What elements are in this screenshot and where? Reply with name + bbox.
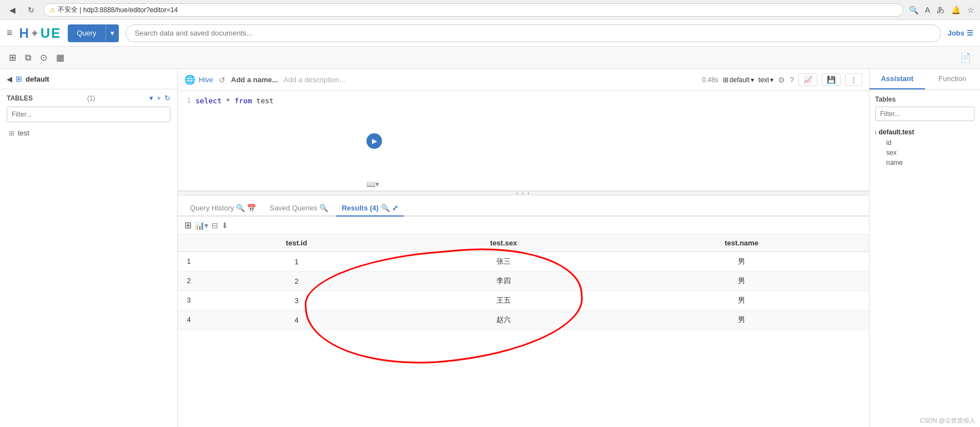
db-icon[interactable]: ⊞ [7,50,18,65]
jobs-icon: ☰ [967,29,973,37]
tab-assistant[interactable]: Assistant [870,69,925,89]
app-logo: H ✦ UE [19,26,62,41]
security-warning-icon: ⚠ [49,6,56,14]
results-area: Query History 🔍 📅 Saved Queries 🔍 Result… [178,195,869,427]
results-label: Results (4) [341,204,378,212]
line-number-1: 1 [182,97,195,104]
query-dropdown-button[interactable]: ▾ [105,24,119,42]
extension-icon[interactable]: 🔔 [951,6,961,14]
exec-time: 0.48s [702,76,718,84]
table-row: 2 2 李四 男 [178,272,869,291]
cell-id: 1 [200,252,393,272]
cell-sex: 李四 [393,272,614,291]
tab-results[interactable]: Results (4) 🔍 ⤢ [336,200,403,217]
tables-filter-input[interactable] [7,107,170,122]
rs-tables-label: Tables [875,96,974,103]
font-icon[interactable]: A [925,6,930,14]
cell-id: 2 [200,272,393,291]
table-item-icon: ⊞ [9,129,14,137]
save-action-btn[interactable]: 💾 [822,73,841,86]
hamburger-menu[interactable]: ≡ [7,27,13,39]
jobs-label: Jobs [948,29,964,37]
book-icon[interactable]: 📖▾ [366,180,379,188]
type-dropdown: ▾ [770,76,773,84]
help-icon[interactable]: ? [790,76,794,84]
add-name-text[interactable]: Add a name... [231,76,278,84]
run-query-button[interactable]: ▶ [366,133,382,149]
rs-filter-input[interactable] [875,107,974,121]
cell-id: 3 [200,291,393,310]
results-search-icon[interactable]: 🔍 [381,204,390,212]
table-item-test[interactable]: ⊞ test [7,127,170,139]
search-icon[interactable]: ⊙ [38,50,49,65]
refresh-tables-icon[interactable]: ↻ [164,94,170,102]
db-selector-name: default [730,76,750,84]
editor-bottom-bar: 📖▾ [366,180,379,188]
grid-view-icon[interactable]: ⊞ [184,220,192,230]
type-selector[interactable]: text ▾ [758,76,773,84]
results-expand-icon[interactable]: ⤢ [392,204,398,212]
cell-sex: 张三 [393,252,614,272]
more-action-btn[interactable]: ⋮ [845,73,862,86]
tables-title: Tables [7,94,33,102]
download-icon[interactable]: ⬇ [222,221,228,230]
cell-row-num: 4 [178,310,200,330]
global-search-input[interactable] [125,24,941,42]
saved-queries-label: Saved Queries [269,204,317,212]
app-header: ≡ H ✦ UE Query ▾ Jobs ☰ [0,20,980,47]
saved-queries-search-icon[interactable]: 🔍 [319,204,328,212]
back-button[interactable]: ◀ [6,3,19,17]
cell-name: 男 [614,252,869,272]
refresh-button[interactable]: ↻ [24,3,38,17]
tab-function[interactable]: Function [925,69,981,89]
cell-id: 4 [200,310,393,330]
document-icon[interactable]: 📄 [958,50,973,65]
grid-icon[interactable]: ▦ [54,50,67,65]
left-sidebar: ◀ ⊞ default Tables (1) ▾ + ↻ ⊞ test [0,69,178,427]
cell-name: 男 [614,291,869,310]
cell-row-num: 2 [178,272,200,291]
add-desc-text[interactable]: Add a description... [284,76,345,84]
table-toolbar: ⊞ 📊▾ ⊟ ⬇ [178,217,869,234]
chart-view-icon[interactable]: 📊▾ [195,221,208,230]
tab-query-history[interactable]: Query History 🔍 📅 [184,200,262,217]
search-browser-icon[interactable]: 🔍 [909,6,918,14]
sidebar-header: ◀ ⊞ default [0,69,177,89]
code-editor[interactable]: 1 select * from test ▶ 📖▾ [178,91,869,191]
sidebar-db-name: default [26,75,49,83]
table-row: 3 3 王五 男 [178,291,869,310]
col-name-header: test.name [614,234,869,252]
csdn-watermark: CSDN @尘世壹俗人 [920,416,976,425]
type-name: text [758,76,769,84]
main-layout: ◀ ⊞ default Tables (1) ▾ + ↻ ⊞ test [0,69,980,427]
copy-icon[interactable]: ⧉ [23,51,33,65]
tables-count: (1) [87,94,96,102]
logo-ue: UE [41,26,61,41]
rs-table-item-default-test[interactable]: i default.test [875,127,974,138]
query-button[interactable]: Query [68,24,105,42]
resize-divider[interactable]: • • • [178,191,869,195]
jobs-button[interactable]: Jobs ☰ [948,29,973,37]
hive-text: Hive [199,76,213,84]
sidebar-back-arrow[interactable]: ◀ [7,75,12,83]
editor-area: 🌐 Hive ↺ Add a name... Add a description… [178,69,869,427]
cell-row-num: 1 [178,252,200,272]
filter-tables-icon[interactable]: ▾ [149,94,153,102]
star-icon[interactable]: ☆ [967,6,974,14]
right-sidebar-content: Tables i default.test id sex name [870,90,980,427]
db-selector[interactable]: ⊞ default ▾ [723,76,754,84]
settings-icon[interactable]: ⚙ [778,76,785,84]
tab-saved-queries[interactable]: Saved Queries 🔍 [264,200,334,217]
logo-h: H [19,26,30,41]
query-history-calendar-icon[interactable]: 📅 [247,204,256,212]
cell-row-num: 3 [178,291,200,310]
add-table-icon[interactable]: + [157,94,161,102]
query-history-search-icon[interactable]: 🔍 [236,204,245,212]
undo-button[interactable]: ↺ [219,76,225,84]
chart-action-btn[interactable]: 📈 [798,73,817,86]
lang-icon[interactable]: あ [937,5,944,15]
rs-table-name: default.test [878,128,914,136]
tables-section: Tables (1) ▾ + ↻ ⊞ test [0,89,177,144]
security-label: 不安全 [58,5,78,14]
layout-view-icon[interactable]: ⊟ [212,221,218,230]
